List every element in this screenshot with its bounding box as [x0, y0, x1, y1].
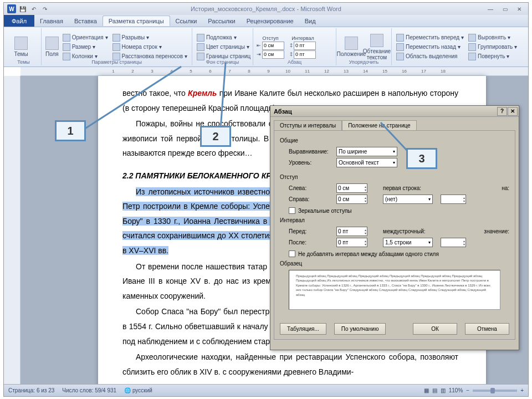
statusbar: Страница: 6 из 23 Число слов: 59/4 931 🌐… — [4, 384, 528, 396]
ruler-vertical[interactable] — [4, 76, 21, 384]
tab-pagelayout[interactable]: Разметка страницы — [103, 16, 170, 26]
linenumbers-button[interactable]: Номера строк ▾ — [111, 43, 188, 52]
restore-button[interactable]: ▭ — [498, 5, 511, 13]
spacing-before-input[interactable] — [294, 42, 316, 50]
ribbon: Темы Темы Поля Ориентация ▾ Размер ▾ Кол… — [4, 27, 528, 67]
firstline-combo[interactable]: (нет) — [383, 195, 433, 204]
ribbon-tabs: Файл Главная Вставка Разметка страницы С… — [4, 15, 528, 27]
send-backward-button[interactable]: Переместить назад ▾ — [395, 43, 465, 52]
zoom-level[interactable]: 110% — [449, 387, 463, 393]
callout-3: 3 — [406, 148, 437, 169]
view-read-icon[interactable]: ▤ — [432, 387, 437, 393]
group-button[interactable]: Группировать ▾ — [467, 43, 518, 52]
indent-left-input[interactable] — [262, 42, 284, 50]
section-general: Общие — [280, 137, 509, 144]
group-pagesetup: Параметры страницы — [42, 59, 192, 65]
indent-right-spin[interactable]: 0 см — [336, 195, 367, 204]
indent-left-spin[interactable]: 0 см — [336, 183, 367, 193]
minimize-button[interactable]: — — [484, 5, 497, 13]
callout-2: 2 — [200, 126, 231, 147]
section-indent: Отступ — [280, 174, 509, 180]
linespacing-combo[interactable]: 1,5 строки — [383, 238, 433, 247]
redo-icon[interactable]: ↷ — [40, 4, 49, 13]
paragraph-dialog: Абзац ?✕ Отступы и интервалы Положение н… — [270, 105, 519, 350]
dialog-tab-pageposition[interactable]: Положение на странице — [342, 120, 416, 130]
orientation-button[interactable]: Ориентация ▾ — [62, 33, 109, 42]
titlebar: W 💾 ↶ ↷ История_московского_Кремля_.docx… — [4, 3, 528, 15]
breaks-button[interactable]: Разрывы ▾ — [111, 33, 188, 42]
mirror-indents-checkbox[interactable] — [289, 207, 295, 214]
status-language[interactable]: 🌐 русский — [124, 387, 152, 393]
file-tab[interactable]: Файл — [4, 15, 34, 27]
zoom-out-button[interactable]: − — [466, 387, 469, 393]
window-title: История_московского_Кремля_.docx - Micro… — [191, 6, 341, 12]
tab-review[interactable]: Рецензирование — [241, 16, 299, 26]
linespacing-at-spin[interactable] — [441, 238, 466, 247]
tab-insert[interactable]: Вставка — [69, 16, 103, 26]
watermark-button[interactable]: Подложка ▾ — [196, 33, 252, 42]
text-kremlin: Кремль — [188, 89, 217, 98]
tabs-button[interactable]: Табуляция... — [280, 323, 326, 335]
dialog-close-button[interactable]: ✕ — [508, 107, 518, 116]
tab-view[interactable]: Вид — [299, 16, 321, 26]
spacing-label: Интервал — [290, 35, 316, 41]
selection-pane-button[interactable]: Область выделения — [395, 52, 465, 61]
space-before-spin[interactable]: 0 пт — [336, 227, 367, 236]
firstline-by-spin[interactable] — [441, 195, 466, 204]
zoom-in-button[interactable]: + — [520, 387, 524, 393]
app-icon: W — [7, 4, 16, 13]
save-icon[interactable]: 💾 — [18, 4, 27, 13]
undo-icon[interactable]: ↶ — [29, 4, 38, 13]
spacing-after-input[interactable] — [294, 50, 316, 59]
ok-button[interactable]: ОК — [413, 323, 457, 335]
outline-level-combo[interactable]: Основной текст — [336, 158, 397, 167]
tab-references[interactable]: Ссылки — [170, 16, 203, 26]
alignment-combo[interactable]: По ширине — [336, 147, 397, 156]
view-web-icon[interactable]: ▥ — [441, 387, 446, 393]
status-page[interactable]: Страница: 6 из 23 — [8, 387, 54, 393]
zoom-slider[interactable] — [473, 390, 517, 392]
status-wordcount[interactable]: Число слов: 59/4 931 — [62, 387, 116, 393]
pagecolor-button[interactable]: Цвет страницы ▾ — [196, 43, 252, 52]
dialog-help-button[interactable]: ? — [497, 107, 507, 116]
group-arrange: Упорядочить — [336, 59, 391, 65]
preview-box: Предыдущий абзац Предыдущий абзац Предыд… — [289, 270, 500, 310]
dialog-tab-indents[interactable]: Отступы и интервалы — [274, 120, 342, 130]
group-pagebg: Фон страницы — [192, 59, 253, 65]
align-button[interactable]: Выровнять ▾ — [467, 33, 518, 42]
view-print-icon[interactable]: ▦ — [424, 387, 429, 393]
section-preview: Образец — [280, 260, 509, 267]
nosame-checkbox[interactable] — [289, 250, 295, 257]
close-button[interactable]: ✕ — [513, 5, 526, 13]
space-after-spin[interactable]: 0 пт — [336, 238, 367, 247]
indent-right-input[interactable] — [262, 50, 284, 59]
group-themes: Темы — [6, 59, 41, 65]
dialog-titlebar[interactable]: Абзац ?✕ — [270, 106, 519, 117]
rotate-button[interactable]: Повернуть ▾ — [467, 52, 518, 61]
tab-home[interactable]: Главная — [34, 16, 69, 26]
size-button[interactable]: Размер ▾ — [62, 43, 109, 52]
default-button[interactable]: По умолчанию — [334, 323, 386, 335]
cancel-button[interactable]: Отмена — [465, 323, 509, 335]
bring-forward-button[interactable]: Переместить вперед ▾ — [395, 33, 465, 42]
ruler-horizontal[interactable]: 123456789101112131415161718 — [21, 67, 528, 76]
tab-mailings[interactable]: Рассылки — [202, 16, 241, 26]
group-paragraph: Абзац — [253, 59, 336, 65]
callout-1: 1 — [55, 120, 86, 141]
indent-label: Отступ — [257, 35, 284, 41]
section-spacing: Интервал — [280, 217, 509, 223]
